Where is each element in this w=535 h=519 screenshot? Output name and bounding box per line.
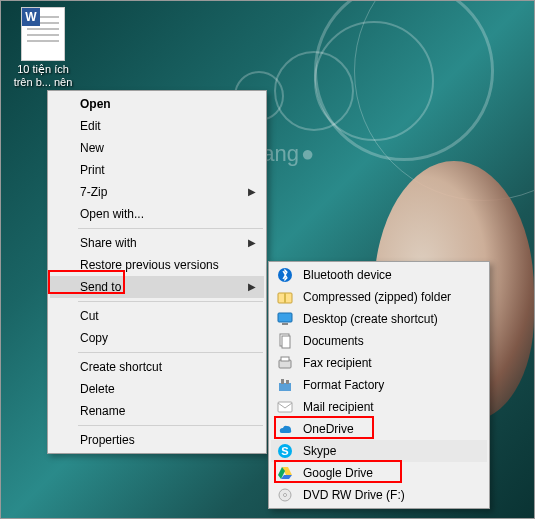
chevron-right-icon: ▶: [248, 237, 256, 248]
submenu-googledrive[interactable]: Google Drive: [271, 462, 487, 484]
submenu-fax[interactable]: Fax recipient: [271, 352, 487, 374]
fax-icon: [277, 355, 293, 371]
menu-new[interactable]: New: [50, 137, 264, 159]
bluetooth-icon: [277, 267, 293, 283]
chevron-right-icon: ▶: [248, 281, 256, 292]
svg-point-16: [284, 494, 287, 497]
menu-create-shortcut[interactable]: Create shortcut: [50, 356, 264, 378]
menu-restore[interactable]: Restore previous versions: [50, 254, 264, 276]
googledrive-icon: [277, 465, 293, 481]
skype-icon: S: [277, 443, 293, 459]
svg-rect-9: [279, 383, 291, 391]
menu-cut[interactable]: Cut: [50, 305, 264, 327]
svg-rect-12: [278, 402, 292, 412]
onedrive-icon: [277, 421, 293, 437]
svg-text:S: S: [281, 445, 288, 457]
zip-folder-icon: [277, 289, 293, 305]
submenu-skype[interactable]: S Skype: [271, 440, 487, 462]
menu-delete[interactable]: Delete: [50, 378, 264, 400]
submenu-bluetooth[interactable]: Bluetooth device: [271, 264, 487, 286]
menu-edit[interactable]: Edit: [50, 115, 264, 137]
svg-rect-6: [282, 336, 290, 348]
menu-open[interactable]: Open: [50, 93, 264, 115]
separator: [78, 228, 263, 229]
format-factory-icon: [277, 377, 293, 393]
menu-rename[interactable]: Rename: [50, 400, 264, 422]
svg-rect-2: [284, 293, 286, 303]
menu-properties[interactable]: Properties: [50, 429, 264, 451]
svg-rect-3: [278, 313, 292, 322]
document-thumb-icon: W: [21, 7, 65, 61]
dvd-drive-icon: [277, 487, 293, 503]
submenu-documents[interactable]: Documents: [271, 330, 487, 352]
menu-copy[interactable]: Copy: [50, 327, 264, 349]
sendto-submenu: Bluetooth device Compressed (zipped) fol…: [268, 261, 490, 509]
desktop-icon: [277, 311, 293, 327]
chevron-right-icon: ▶: [248, 186, 256, 197]
desktop-file-label: 10 tiện ích trên b... nên: [7, 63, 79, 89]
svg-rect-11: [286, 380, 289, 384]
menu-share-with[interactable]: Share with▶: [50, 232, 264, 254]
desktop-file-icon[interactable]: W 10 tiện ích trên b... nên: [7, 7, 79, 89]
separator: [78, 352, 263, 353]
svg-rect-8: [281, 357, 289, 361]
submenu-dvd[interactable]: DVD RW Drive (F:): [271, 484, 487, 506]
submenu-zip[interactable]: Compressed (zipped) folder: [271, 286, 487, 308]
menu-send-to[interactable]: Send to▶: [50, 276, 264, 298]
submenu-mail[interactable]: Mail recipient: [271, 396, 487, 418]
svg-rect-4: [282, 323, 288, 325]
submenu-desktop[interactable]: Desktop (create shortcut): [271, 308, 487, 330]
context-menu: Open Edit New Print 7-Zip▶ Open with... …: [47, 90, 267, 454]
separator: [78, 425, 263, 426]
separator: [78, 301, 263, 302]
svg-rect-10: [281, 379, 284, 384]
menu-open-with[interactable]: Open with...: [50, 203, 264, 225]
menu-print[interactable]: Print: [50, 159, 264, 181]
mail-icon: [277, 399, 293, 415]
menu-7zip[interactable]: 7-Zip▶: [50, 181, 264, 203]
submenu-onedrive[interactable]: OneDrive: [271, 418, 487, 440]
submenu-format-factory[interactable]: Format Factory: [271, 374, 487, 396]
documents-icon: [277, 333, 293, 349]
